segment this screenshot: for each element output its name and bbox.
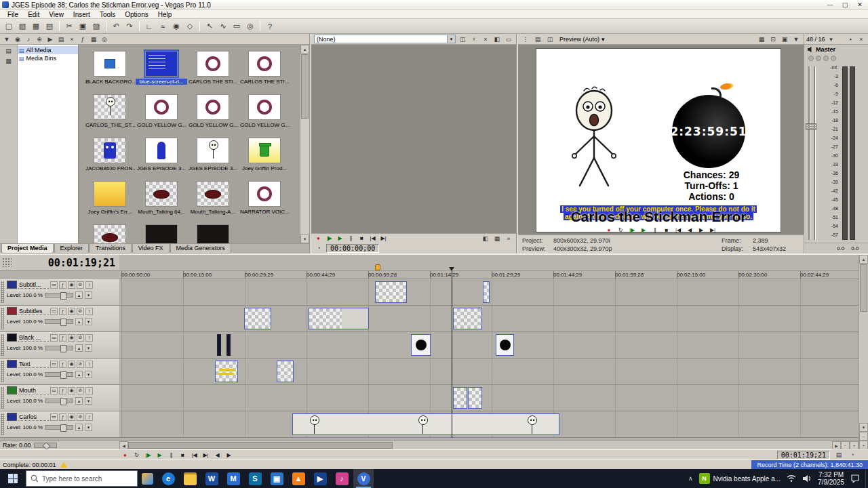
split-screen-icon[interactable]: ◧ xyxy=(481,234,490,243)
play-from-start-icon[interactable]: |▶ xyxy=(325,235,334,242)
minimize-button[interactable]: — xyxy=(824,1,836,9)
wifi-icon[interactable] xyxy=(787,474,796,483)
redo-icon[interactable]: ↷ xyxy=(123,20,136,33)
preview-quality-dropdown[interactable]: Preview (Auto) ▾ xyxy=(557,36,607,43)
track-motion-button[interactable]: ▭ xyxy=(50,281,58,289)
scrollbar-thumb[interactable] xyxy=(301,54,309,119)
taskbar-app-vlc[interactable]: ▲ xyxy=(288,469,309,488)
automation-button[interactable]: ◉ xyxy=(68,281,75,289)
scrollbar-thumb[interactable] xyxy=(128,442,393,449)
close-button[interactable]: ✕ xyxy=(854,1,866,9)
media-item[interactable] xyxy=(84,221,136,243)
overlays-icon[interactable]: ▦ xyxy=(757,35,766,43)
media-tree-item[interactable]: ▤Media Bins xyxy=(18,54,78,62)
expand-track-button[interactable]: ▴ xyxy=(75,397,83,405)
media-item[interactable]: blue-screen-of-d... xyxy=(136,47,187,91)
zoom-edit-tool-icon[interactable]: ◎ xyxy=(244,20,256,33)
track-grip-icon[interactable] xyxy=(1,281,4,303)
chevron-down-icon[interactable]: ▾ xyxy=(447,35,455,43)
record-icon[interactable]: ● xyxy=(605,226,614,234)
track-name[interactable]: Black ... xyxy=(18,334,49,342)
scroll-right-icon[interactable]: ▶ xyxy=(832,441,841,449)
scroll-down-icon[interactable]: ▼ xyxy=(300,235,309,243)
enable-snapping-icon[interactable]: ∟ xyxy=(143,20,155,33)
import-media-icon[interactable]: ▼ xyxy=(2,35,12,43)
save-project-icon[interactable]: ▦ xyxy=(30,20,42,33)
automation-button[interactable]: ◉ xyxy=(68,413,75,421)
record-icon[interactable]: ● xyxy=(314,235,323,242)
go-to-start-icon[interactable]: |◀ xyxy=(674,226,683,234)
play-from-start-icon[interactable]: |▶ xyxy=(628,226,637,234)
chevron-down-icon[interactable]: ▾ xyxy=(827,35,836,43)
track-name[interactable]: Subtitles xyxy=(18,308,49,315)
loop-playback-icon[interactable]: ↻ xyxy=(616,226,625,234)
normal-edit-tool-icon[interactable]: ↖ xyxy=(203,20,216,33)
solo-button[interactable]: ! xyxy=(85,281,93,289)
safe-areas-icon[interactable]: ⊡ xyxy=(768,35,778,43)
metronome-icon[interactable]: ◔ xyxy=(848,451,857,460)
media-item[interactable]: JGES EPISODE 3... xyxy=(187,134,239,178)
remove-media-icon[interactable]: × xyxy=(67,35,77,43)
media-item[interactable]: Joey Griffin's Err... xyxy=(84,178,136,221)
track-grip-icon[interactable] xyxy=(1,308,4,329)
mute-icon[interactable] xyxy=(808,56,814,61)
tab-media-generators[interactable]: Media Generators xyxy=(170,244,231,253)
track-fx-button[interactable]: ƒ xyxy=(59,387,66,394)
menu-insert[interactable]: Insert xyxy=(68,11,95,18)
track-lane[interactable] xyxy=(119,385,859,411)
record-icon[interactable]: ● xyxy=(121,451,130,459)
timeline-clip[interactable] xyxy=(453,387,467,409)
horizontal-scrollbar[interactable]: ◀ ▶ − + xyxy=(119,441,859,449)
mute-button[interactable]: ⊘ xyxy=(77,387,84,394)
paste-icon[interactable]: ▨ xyxy=(90,20,102,33)
track-motion-button[interactable]: ▭ xyxy=(50,387,58,394)
track-grip-icon[interactable] xyxy=(1,413,4,435)
track-header[interactable]: Mouth▭ƒ◉⊘!Level: 100.0 %▴▾ xyxy=(0,385,119,411)
previous-frame-icon[interactable]: ◀ xyxy=(686,226,694,234)
level-slider[interactable] xyxy=(45,293,73,298)
auto-ripple-icon[interactable]: ≈ xyxy=(157,20,169,33)
solo-button[interactable]: ! xyxy=(85,361,93,368)
current-time-display[interactable]: 00:01:19;21 xyxy=(0,255,119,271)
media-item[interactable]: GOLD YELLOW G... xyxy=(239,91,290,134)
cut-icon[interactable]: ✂ xyxy=(63,20,75,33)
collapse-track-button[interactable]: ▾ xyxy=(85,371,92,378)
more-icon[interactable]: » xyxy=(504,234,513,243)
taskbar-app-movies[interactable]: ▶ xyxy=(310,469,330,488)
level-slider[interactable] xyxy=(45,346,73,350)
track-lane[interactable] xyxy=(119,279,859,306)
scroll-left-icon[interactable]: ◀ xyxy=(119,441,128,449)
timeline-clip[interactable] xyxy=(468,387,482,409)
media-item[interactable]: Mouth_Talking 64... xyxy=(136,178,187,221)
overlay-grid-icon[interactable]: ▦ xyxy=(492,234,502,243)
media-item[interactable]: GOLD YELLOW G... xyxy=(136,91,187,134)
timeline-clip[interactable] xyxy=(217,334,221,356)
track-lane[interactable] xyxy=(119,306,859,332)
media-item[interactable]: NARRATOR VOIC... xyxy=(239,178,290,221)
track-motion-button[interactable]: ▭ xyxy=(50,334,58,342)
solo-button[interactable]: ! xyxy=(85,308,93,315)
track-fx-button[interactable]: ƒ xyxy=(59,361,66,368)
mute-button[interactable]: ⊘ xyxy=(77,281,84,289)
previous-frame-icon[interactable]: ◀ xyxy=(213,451,222,459)
play-from-start-icon[interactable]: |▶ xyxy=(144,451,153,459)
taskbar-app-store[interactable]: S xyxy=(245,469,265,488)
taskbar-app-word[interactable]: W xyxy=(201,469,222,488)
scroll-down-icon[interactable]: ▼ xyxy=(859,423,868,432)
track-lane[interactable] xyxy=(119,359,859,385)
project-video-properties-icon[interactable]: ▤ xyxy=(533,35,542,43)
media-grid-scrollbar[interactable]: ▲ ▼ xyxy=(300,45,309,243)
marker-bar[interactable] xyxy=(119,255,859,271)
loop-playback-icon[interactable]: ↻ xyxy=(132,451,141,459)
bin-views-icon[interactable]: ▦ xyxy=(89,35,98,43)
menu-view[interactable]: View xyxy=(44,11,68,18)
extract-audio-icon[interactable]: ♪ xyxy=(24,35,33,43)
media-item[interactable]: CARLOS THE STI... xyxy=(239,47,290,91)
downmix-icon[interactable] xyxy=(823,56,829,61)
level-slider[interactable] xyxy=(45,372,73,377)
project-properties-icon[interactable]: ▤ xyxy=(43,20,56,33)
go-to-start-icon[interactable]: |◀ xyxy=(190,451,199,459)
level-slider[interactable] xyxy=(45,425,73,430)
pause-icon[interactable]: ∥ xyxy=(347,235,355,242)
expand-track-button[interactable]: ▴ xyxy=(75,291,83,299)
